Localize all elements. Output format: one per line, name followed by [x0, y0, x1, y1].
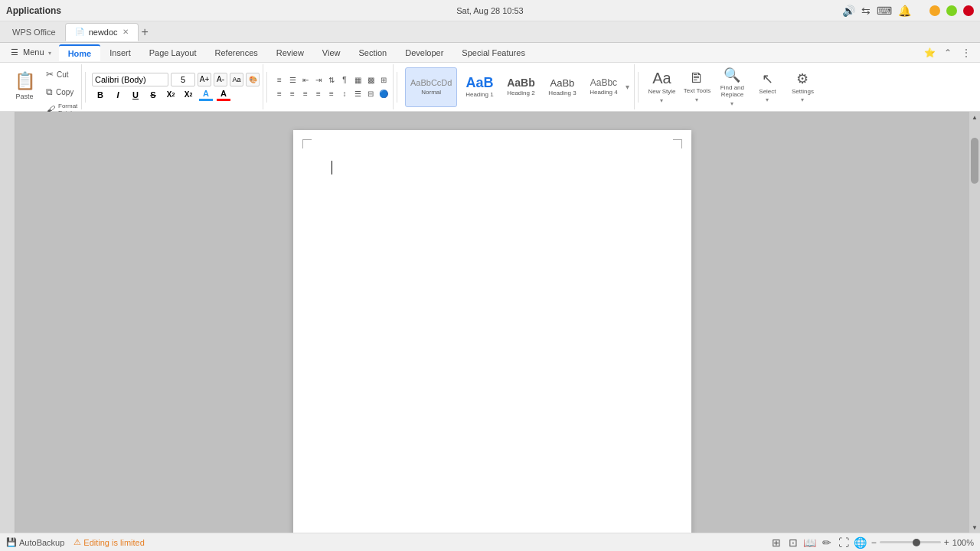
font-clear-button[interactable]: Aa: [230, 73, 243, 86]
font-size-down-button[interactable]: A-: [214, 73, 227, 86]
style-heading4[interactable]: AaBbc Heading 4: [584, 67, 622, 107]
shading-icon[interactable]: ▩: [364, 74, 377, 86]
tab-references[interactable]: References: [206, 45, 267, 60]
unordered-list-icon[interactable]: ≡: [273, 74, 286, 86]
border-icon[interactable]: ▦: [351, 74, 364, 86]
network-icon[interactable]: ⇆: [861, 5, 871, 17]
columns-icon[interactable]: ⊟: [364, 88, 377, 100]
select-button[interactable]: ↖ Select ▾: [750, 67, 784, 107]
view-edit-icon[interactable]: ✏: [821, 536, 833, 549]
globe-icon[interactable]: 🌐: [854, 536, 867, 549]
tab-insert[interactable]: Insert: [100, 45, 140, 60]
font-size-input[interactable]: [171, 73, 195, 86]
document-canvas[interactable]: [15, 112, 969, 533]
align-right-icon[interactable]: ≡: [299, 88, 312, 100]
view-read-icon[interactable]: 📖: [804, 536, 816, 549]
cut-icon: ✂: [46, 69, 54, 80]
datetime: Sat, Aug 28 10:53: [456, 6, 523, 15]
indent-icon[interactable]: ⇥: [312, 74, 325, 86]
underline-button[interactable]: U: [127, 88, 144, 102]
style-heading1[interactable]: AaB Heading 1: [460, 67, 498, 107]
text-area[interactable]: [332, 161, 332, 174]
tab-developer[interactable]: Developer: [396, 45, 452, 60]
zoom-in-icon[interactable]: +: [944, 537, 949, 548]
collapse-ribbon-icon[interactable]: ⌃: [940, 45, 956, 60]
maximize-button[interactable]: [946, 5, 957, 16]
italic-button[interactable]: I: [109, 88, 126, 102]
tab-section[interactable]: Section: [350, 45, 397, 60]
speaker-icon[interactable]: 🔊: [842, 5, 855, 17]
subscript-button[interactable]: X2: [162, 88, 179, 102]
keyboard-icon[interactable]: ⌨: [877, 5, 892, 17]
style-heading3-preview: AaBb: [550, 78, 575, 88]
align-left-icon[interactable]: ≡: [273, 88, 286, 100]
sort-icon[interactable]: ⇅: [325, 74, 338, 86]
document-page[interactable]: [293, 130, 691, 533]
find-replace-button[interactable]: 🔍 Find andReplace ▾: [715, 67, 749, 107]
bell-icon[interactable]: 🔔: [898, 5, 911, 17]
menu-tab[interactable]: ☰ Menu ▾: [3, 44, 59, 60]
tab-wps-office[interactable]: WPS Office: [3, 23, 65, 41]
style-normal[interactable]: AaBbCcDd Normal: [405, 67, 457, 107]
settings-button[interactable]: ⚙ Settings ▾: [786, 67, 819, 107]
outdent-icon[interactable]: ⇤: [299, 74, 312, 86]
tab-home-label: Home: [68, 49, 92, 58]
tab-view[interactable]: View: [313, 45, 350, 60]
bold-button[interactable]: B: [92, 88, 109, 102]
tab-close-icon[interactable]: ✕: [122, 28, 129, 36]
scroll-up-arrow[interactable]: ▲: [969, 112, 980, 122]
text-tools-label: Text Tools: [684, 88, 710, 95]
tab-review[interactable]: Review: [267, 45, 313, 60]
tab-home[interactable]: Home: [59, 44, 101, 61]
autosave-status[interactable]: 💾 AutoBackup: [6, 537, 64, 547]
paste-button[interactable]: 📋 Paste: [6, 66, 43, 106]
para-spacing-icon[interactable]: ☰: [351, 88, 364, 100]
show-marks-icon[interactable]: ¶: [338, 74, 351, 86]
text-tools-button[interactable]: 🖹 Text Tools ▾: [680, 67, 714, 107]
font-size-up-button[interactable]: A+: [198, 73, 211, 86]
line-spacing-icon[interactable]: ↕: [338, 88, 351, 100]
strikethrough-button[interactable]: S: [145, 88, 162, 102]
copy-label: Copy: [56, 88, 74, 96]
help-icon[interactable]: ⭐: [922, 45, 937, 60]
main-area: ▲ ▼: [0, 112, 980, 533]
superscript-button[interactable]: X2: [180, 88, 197, 102]
scroll-down-arrow[interactable]: ▼: [969, 522, 980, 533]
scroll-thumb[interactable]: [971, 138, 978, 184]
align-center-icon[interactable]: ≡: [286, 88, 299, 100]
cut-button[interactable]: ✂ Cut: [44, 66, 78, 83]
font-color-button[interactable]: 🎨: [246, 73, 260, 86]
tab-newdoc[interactable]: 📄 newdoc ✕: [65, 23, 139, 41]
style-set-icon[interactable]: 🔵: [377, 88, 390, 100]
close-button[interactable]: [963, 5, 974, 16]
ordered-list-icon[interactable]: ☰: [286, 74, 299, 86]
view-web-icon[interactable]: ⊡: [787, 536, 799, 549]
style-heading2[interactable]: AaBb Heading 2: [501, 67, 540, 107]
style-heading3[interactable]: AaBb Heading 3: [543, 67, 581, 107]
corner-mark: [673, 139, 682, 148]
vertical-scrollbar[interactable]: ▲ ▼: [969, 112, 980, 533]
view-print-icon[interactable]: ⊞: [770, 536, 782, 549]
editing-warning[interactable]: ⚠ Editing is limited: [74, 537, 144, 547]
zoom-slider[interactable]: [880, 541, 941, 543]
more-para-icon[interactable]: ⊞: [377, 74, 390, 86]
copy-button[interactable]: ⧉ Copy: [44, 83, 78, 100]
text-cursor: [332, 161, 332, 174]
minimize-button[interactable]: [929, 5, 940, 16]
autosave-label: AutoBackup: [19, 538, 64, 547]
distributed-icon[interactable]: ≡: [325, 88, 338, 100]
view-focus-icon[interactable]: ⛶: [838, 536, 850, 549]
tab-special-features-label: Special Features: [462, 48, 525, 57]
tab-page-layout[interactable]: Page Layout: [140, 45, 206, 60]
tab-add-button[interactable]: +: [142, 25, 149, 39]
statusbar-right: ⊞ ⊡ 📖 ✏ ⛶ 🌐 − + 100%: [770, 536, 974, 549]
settings-icon: ⚙: [796, 70, 808, 87]
new-style-button[interactable]: Aa New Style ▾: [645, 67, 678, 107]
statusbar: 💾 AutoBackup ⚠ Editing is limited ⊞ ⊡ 📖 …: [0, 533, 980, 551]
justify-icon[interactable]: ≡: [312, 88, 325, 100]
styles-more-icon[interactable]: ▾: [626, 83, 629, 91]
tab-special-features[interactable]: Special Features: [452, 45, 534, 60]
ribbon-options-icon[interactable]: ⋮: [959, 45, 974, 60]
zoom-out-icon[interactable]: −: [871, 537, 877, 548]
font-name-input[interactable]: [92, 73, 168, 86]
